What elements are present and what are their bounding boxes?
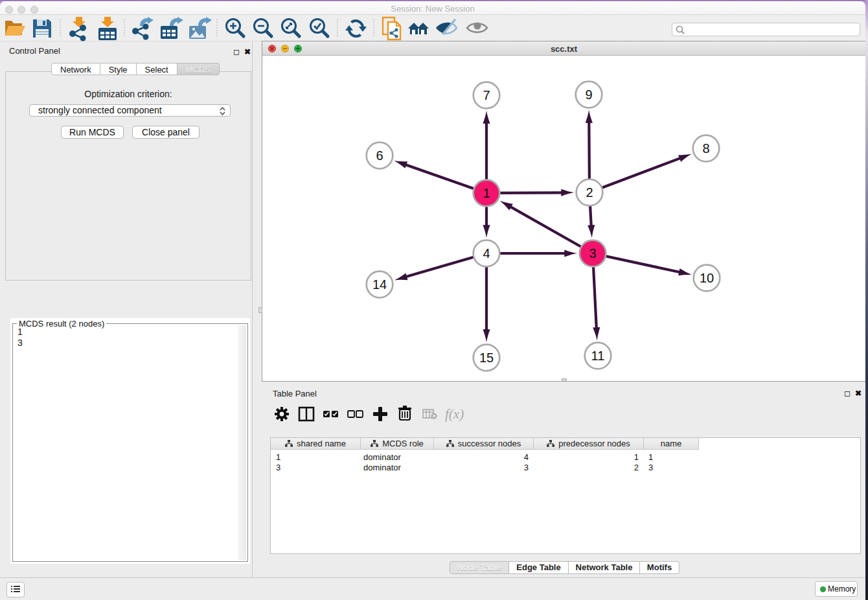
svg-text:f(x): f(x) <box>445 406 464 422</box>
svg-text:11: 11 <box>591 349 605 363</box>
svg-text:3: 3 <box>589 246 596 260</box>
svg-text:6: 6 <box>376 148 383 163</box>
svg-text:4: 4 <box>483 246 490 260</box>
svg-text:2: 2 <box>586 185 593 200</box>
svg-text:14: 14 <box>372 277 387 292</box>
svg-text:1: 1 <box>483 186 490 200</box>
svg-text:8: 8 <box>702 141 709 156</box>
svg-text:15: 15 <box>479 351 494 365</box>
svg-text:10: 10 <box>700 271 714 285</box>
svg-text:7: 7 <box>483 88 490 102</box>
svg-text:9: 9 <box>585 87 592 102</box>
